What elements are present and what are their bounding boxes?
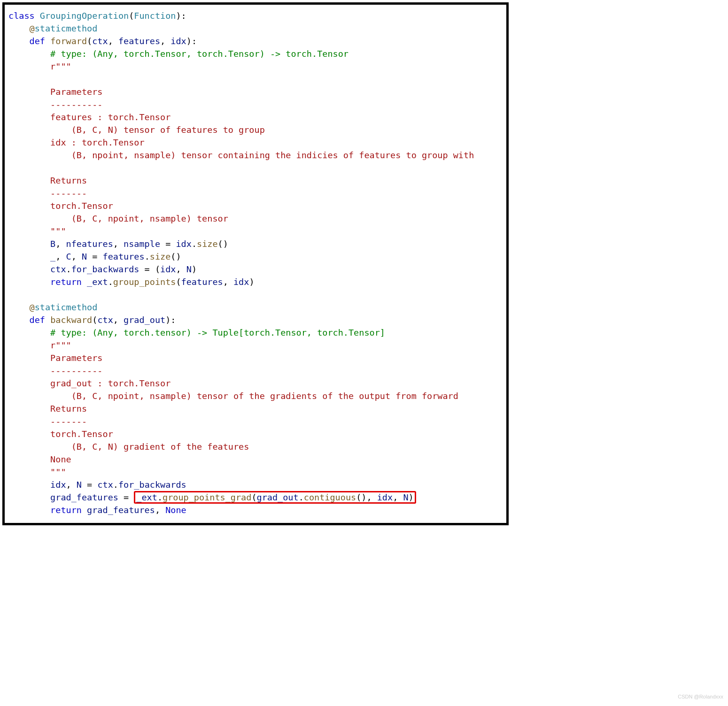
line: @staticmethod <box>8 302 97 312</box>
line: return _ext.group_points(features, idx) <box>8 277 255 287</box>
line: (B, C, N) gradient of the features <box>8 442 249 452</box>
line: grad_out : torch.Tensor <box>8 378 170 388</box>
line: ------- <box>8 416 87 426</box>
line: r""" <box>8 61 71 71</box>
line: ---------- <box>8 366 103 376</box>
line: @staticmethod <box>8 23 97 33</box>
highlight-box: _ext.group_points_grad(grad_out.contiguo… <box>134 491 416 504</box>
line: Parameters <box>8 353 103 363</box>
line: _, C, N = features.size() <box>8 252 181 261</box>
line <box>8 74 50 84</box>
line: """ <box>8 226 66 236</box>
line: Returns <box>8 176 87 185</box>
code-block: class GroupingOperation(Function): @stat… <box>8 9 503 516</box>
line: None <box>8 454 71 464</box>
line: B, nfeatures, nsample = idx.size() <box>8 239 228 249</box>
line: # type: (Any, torch.tensor) -> Tuple[tor… <box>8 328 385 338</box>
line: (B, C, N) tensor of features to group <box>8 125 265 135</box>
line: grad_features = _ext.group_points_grad(g… <box>8 491 416 504</box>
line: def forward(ctx, features, idx): <box>8 36 197 46</box>
line: (B, C, npoint, nsample) tensor <box>8 214 228 223</box>
line: (B, C, npoint, nsample) tensor of the gr… <box>8 391 458 401</box>
line: class GroupingOperation(Function): <box>8 11 186 21</box>
line: Returns <box>8 404 87 414</box>
line: torch.Tensor <box>8 429 113 439</box>
line: (B, npoint, nsample) tensor containing t… <box>8 150 474 160</box>
line <box>8 163 50 173</box>
line: return grad_features, None <box>8 505 186 515</box>
line: idx : torch.Tensor <box>8 138 145 147</box>
line: torch.Tensor <box>8 201 113 211</box>
line: # type: (Any, torch.Tensor, torch.Tensor… <box>8 49 349 59</box>
line: """ <box>8 467 66 477</box>
line: features : torch.Tensor <box>8 112 170 122</box>
line: r""" <box>8 340 71 350</box>
line: Parameters <box>8 87 103 97</box>
code-frame: class GroupingOperation(Function): @stat… <box>2 2 509 525</box>
line: ctx.for_backwards = (idx, N) <box>8 264 197 274</box>
line: def backward(ctx, grad_out): <box>8 315 176 325</box>
line: idx, N = ctx.for_backwards <box>8 480 186 490</box>
line: ---------- <box>8 100 103 109</box>
line: ------- <box>8 188 87 198</box>
